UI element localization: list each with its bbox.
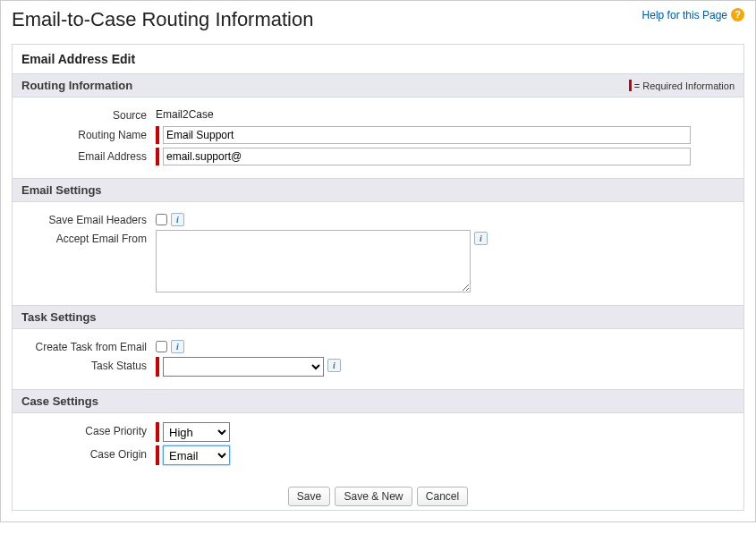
label-email-address: Email Address bbox=[21, 148, 156, 163]
label-routing-name: Routing Name bbox=[21, 126, 156, 141]
info-icon[interactable]: i bbox=[171, 340, 184, 353]
label-case-origin: Case Origin bbox=[21, 445, 156, 461]
help-link-label: Help for this Page bbox=[642, 9, 727, 21]
label-source: Source bbox=[21, 106, 156, 122]
section-body-task-settings: Create Task from Email i Task Status i bbox=[13, 329, 743, 389]
save-and-new-button[interactable]: Save & New bbox=[335, 487, 412, 506]
info-icon[interactable]: i bbox=[327, 359, 341, 372]
required-marker-icon bbox=[156, 357, 159, 377]
panel-title: Email Address Edit bbox=[13, 45, 743, 73]
row-email-address: Email Address bbox=[21, 148, 735, 165]
required-marker-icon bbox=[156, 422, 159, 442]
row-save-headers: Save Email Headers i bbox=[21, 211, 735, 226]
info-icon[interactable]: i bbox=[171, 213, 184, 226]
section-header-case-settings-label: Case Settings bbox=[21, 394, 98, 408]
info-icon[interactable]: i bbox=[474, 232, 488, 245]
section-header-email-settings-label: Email Settings bbox=[21, 183, 102, 197]
section-header-email-settings: Email Settings bbox=[13, 178, 743, 202]
required-marker-icon bbox=[156, 445, 159, 465]
label-save-headers: Save Email Headers bbox=[21, 211, 156, 226]
required-info-note: = Required Information bbox=[629, 80, 735, 91]
section-header-routing: Routing Information = Required Informati… bbox=[13, 73, 743, 97]
save-button[interactable]: Save bbox=[288, 487, 330, 506]
section-header-case-settings: Case Settings bbox=[13, 389, 743, 413]
label-accept-email-from: Accept Email From bbox=[21, 230, 156, 245]
create-task-from-email-checkbox[interactable] bbox=[156, 341, 167, 352]
required-marker-icon bbox=[156, 148, 159, 165]
edit-panel: Email Address Edit Routing Information =… bbox=[12, 44, 744, 511]
cancel-button[interactable]: Cancel bbox=[417, 487, 468, 506]
label-task-status: Task Status bbox=[21, 357, 156, 372]
row-source: Source Email2Case bbox=[21, 106, 735, 123]
section-header-routing-label: Routing Information bbox=[21, 79, 132, 92]
accept-email-from-textarea[interactable] bbox=[156, 230, 471, 292]
section-body-case-settings: Case Priority High Case Origin Email bbox=[13, 413, 743, 478]
help-icon: ? bbox=[731, 8, 744, 21]
row-case-priority: Case Priority High bbox=[21, 422, 735, 442]
section-header-task-settings-label: Task Settings bbox=[21, 310, 97, 324]
save-email-headers-checkbox[interactable] bbox=[156, 214, 167, 225]
row-task-status: Task Status i bbox=[21, 357, 735, 377]
row-accept-email-from: Accept Email From i bbox=[21, 230, 735, 292]
case-priority-select[interactable]: High bbox=[163, 422, 230, 442]
label-case-priority: Case Priority bbox=[21, 422, 156, 437]
task-status-select[interactable] bbox=[163, 357, 324, 377]
page-title: Email-to-Case Routing Information bbox=[12, 8, 313, 31]
button-bar: Save Save & New Cancel bbox=[13, 478, 743, 510]
required-marker-icon bbox=[156, 126, 159, 144]
case-origin-select[interactable]: Email bbox=[163, 445, 230, 465]
section-body-email-settings: Save Email Headers i Accept Email From i bbox=[13, 202, 743, 305]
routing-name-input[interactable] bbox=[163, 126, 691, 144]
row-create-task: Create Task from Email i bbox=[21, 338, 735, 353]
row-routing-name: Routing Name bbox=[21, 126, 735, 144]
help-for-this-page-link[interactable]: Help for this Page ? bbox=[642, 8, 744, 21]
page-header: Email-to-Case Routing Information Help f… bbox=[12, 8, 744, 38]
section-header-task-settings: Task Settings bbox=[13, 305, 743, 329]
label-create-task: Create Task from Email bbox=[21, 338, 156, 353]
source-value: Email2Case bbox=[156, 106, 214, 123]
email-address-input[interactable] bbox=[163, 148, 691, 165]
required-info-text: = Required Information bbox=[634, 81, 735, 91]
required-bar-icon bbox=[629, 80, 632, 91]
row-case-origin: Case Origin Email bbox=[21, 445, 735, 465]
page-container: Email-to-Case Routing Information Help f… bbox=[0, 0, 756, 522]
section-body-routing: Source Email2Case Routing Name Email Add… bbox=[13, 97, 743, 178]
